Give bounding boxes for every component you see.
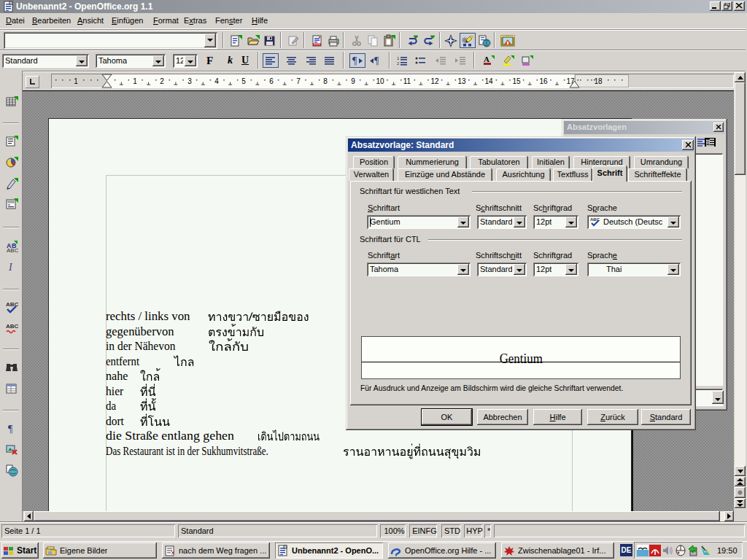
svg-text:A: A bbox=[484, 55, 489, 63]
svg-text:3: 3 bbox=[187, 77, 192, 85]
svg-text:5: 5 bbox=[241, 77, 246, 85]
svg-text:1: 1 bbox=[133, 77, 137, 85]
svg-text:10: 10 bbox=[376, 77, 384, 85]
svg-text:6: 6 bbox=[269, 77, 274, 85]
svg-text:11: 11 bbox=[403, 77, 411, 85]
svg-text:2: 2 bbox=[397, 61, 400, 66]
svg-text:8: 8 bbox=[323, 77, 328, 85]
svg-text:14: 14 bbox=[484, 77, 493, 85]
svg-text:¶: ¶ bbox=[8, 424, 13, 435]
svg-text:ABC: ABC bbox=[6, 323, 18, 330]
svg-text:ABC: ABC bbox=[7, 247, 18, 253]
svg-text:¶: ¶ bbox=[352, 55, 357, 66]
svg-text:1: 1 bbox=[74, 77, 78, 85]
svg-text:1: 1 bbox=[397, 56, 400, 61]
svg-text:4: 4 bbox=[214, 77, 219, 85]
svg-text:I: I bbox=[8, 262, 13, 273]
svg-text:13: 13 bbox=[457, 77, 466, 85]
svg-text:16: 16 bbox=[539, 77, 548, 85]
svg-text:15: 15 bbox=[512, 77, 521, 85]
svg-text:¶: ¶ bbox=[374, 55, 379, 66]
svg-text:18: 18 bbox=[594, 77, 603, 85]
svg-text:7: 7 bbox=[296, 77, 301, 85]
svg-text:2: 2 bbox=[160, 77, 164, 85]
svg-text:12: 12 bbox=[430, 77, 439, 85]
svg-text:9: 9 bbox=[351, 77, 355, 85]
